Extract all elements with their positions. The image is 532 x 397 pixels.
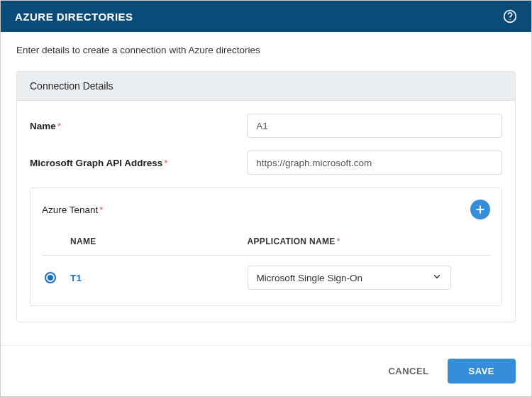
dialog-header: AZURE DIRECTORIES <box>1 1 531 32</box>
required-mark: * <box>57 121 61 131</box>
dialog-body: Enter details to create a connection wit… <box>1 32 531 345</box>
add-tenant-button[interactable] <box>470 200 490 219</box>
panel-title: Connection Details <box>17 72 515 101</box>
svg-point-1 <box>509 19 510 20</box>
graph-label: Microsoft Graph API Address* <box>30 158 247 168</box>
tenant-name-link[interactable]: T1 <box>70 273 82 283</box>
chevron-down-icon <box>432 272 442 284</box>
column-app-header: APPLICATION NAME* <box>248 236 487 246</box>
radio-selected-icon <box>48 275 53 281</box>
name-row: Name* <box>30 114 502 138</box>
intro-text: Enter details to create a connection wit… <box>16 45 516 55</box>
tenant-column-headers: NAME APPLICATION NAME* <box>42 236 490 256</box>
required-mark: * <box>164 158 167 168</box>
azure-tenant-box: Azure Tenant* NAME APPLICATION NAME* <box>30 187 502 306</box>
name-label: Name* <box>30 121 247 131</box>
panel-body: Name* Microsoft Graph API Address* Azure… <box>17 101 515 322</box>
application-name-select[interactable]: Microsoft Single Sign-On <box>248 266 452 290</box>
dialog-footer: CANCEL SAVE <box>1 345 531 396</box>
column-name-header: NAME <box>70 236 248 246</box>
graph-api-input[interactable] <box>247 151 502 175</box>
save-button[interactable]: SAVE <box>448 359 516 384</box>
required-mark: * <box>337 236 340 246</box>
tenant-header: Azure Tenant* <box>42 200 490 219</box>
connection-details-panel: Connection Details Name* Microsoft Graph… <box>16 71 516 322</box>
required-mark: * <box>99 205 103 215</box>
tenant-row: T1 Microsoft Single Sign-On <box>42 256 490 290</box>
dialog-title: AZURE DIRECTORIES <box>15 11 133 23</box>
tenant-radio[interactable] <box>45 272 56 283</box>
graph-row: Microsoft Graph API Address* <box>30 151 502 175</box>
name-input[interactable] <box>247 114 502 138</box>
select-value: Microsoft Single Sign-On <box>257 273 362 283</box>
help-icon[interactable] <box>503 9 517 23</box>
cancel-button[interactable]: CANCEL <box>385 360 431 382</box>
plus-icon <box>475 204 486 215</box>
tenant-title: Azure Tenant* <box>42 205 104 215</box>
